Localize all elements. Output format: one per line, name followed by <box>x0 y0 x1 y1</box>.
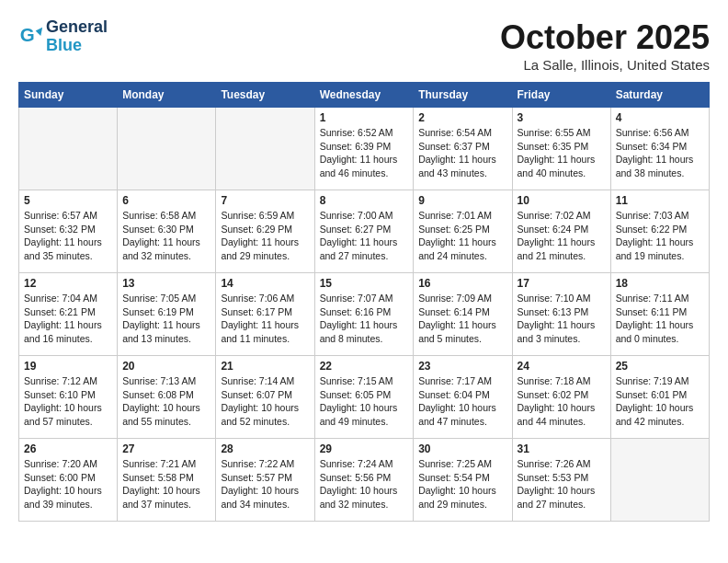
calendar-day-cell: 28 Sunrise: 7:22 AM Sunset: 5:57 PM Dayl… <box>216 439 314 522</box>
day-number: 24 <box>518 360 606 373</box>
day-info: Sunrise: 7:20 AM Sunset: 6:00 PM Dayligh… <box>24 457 112 511</box>
weekday-header: Wednesday <box>314 83 414 108</box>
calendar-week-row: 19 Sunrise: 7:12 AM Sunset: 6:10 PM Dayl… <box>19 356 710 439</box>
calendar-day-cell: 25 Sunrise: 7:19 AM Sunset: 6:01 PM Dayl… <box>610 356 709 439</box>
day-number: 30 <box>418 442 506 455</box>
day-info: Sunrise: 6:54 AM Sunset: 6:37 PM Dayligh… <box>418 126 506 180</box>
day-info: Sunrise: 7:26 AM Sunset: 5:53 PM Dayligh… <box>518 457 606 511</box>
calendar-week-row: 1 Sunrise: 6:52 AM Sunset: 6:39 PM Dayli… <box>19 108 710 190</box>
day-number: 22 <box>320 360 409 373</box>
day-info: Sunrise: 7:09 AM Sunset: 6:14 PM Dayligh… <box>418 292 506 346</box>
day-number: 11 <box>616 194 704 207</box>
day-info: Sunrise: 7:00 AM Sunset: 6:27 PM Dayligh… <box>320 209 409 263</box>
calendar-day-cell: 12 Sunrise: 7:04 AM Sunset: 6:21 PM Dayl… <box>19 273 118 356</box>
day-number: 31 <box>518 442 606 455</box>
day-info: Sunrise: 6:58 AM Sunset: 6:30 PM Dayligh… <box>122 209 210 263</box>
day-number: 26 <box>24 442 112 455</box>
title-block: October 2025 La Salle, Illinois, United … <box>500 18 710 73</box>
day-number: 5 <box>24 194 112 207</box>
day-info: Sunrise: 7:13 AM Sunset: 6:08 PM Dayligh… <box>122 374 210 429</box>
weekday-header: Tuesday <box>216 83 314 108</box>
day-info: Sunrise: 7:02 AM Sunset: 6:24 PM Dayligh… <box>518 209 606 263</box>
day-info: Sunrise: 6:52 AM Sunset: 6:39 PM Dayligh… <box>320 126 409 180</box>
day-info: Sunrise: 7:07 AM Sunset: 6:16 PM Dayligh… <box>320 292 409 346</box>
day-info: Sunrise: 7:03 AM Sunset: 6:22 PM Dayligh… <box>616 209 704 263</box>
calendar-day-cell: 23 Sunrise: 7:17 AM Sunset: 6:04 PM Dayl… <box>414 356 512 439</box>
calendar-day-cell: 18 Sunrise: 7:11 AM Sunset: 6:11 PM Dayl… <box>610 273 709 356</box>
day-number: 29 <box>320 442 409 455</box>
day-number: 12 <box>24 277 112 290</box>
calendar-day-cell <box>610 439 709 522</box>
day-info: Sunrise: 7:06 AM Sunset: 6:17 PM Dayligh… <box>221 292 309 346</box>
weekday-header: Thursday <box>414 83 512 108</box>
day-number: 13 <box>122 277 210 290</box>
svg-marker-1 <box>36 28 42 36</box>
day-number: 25 <box>616 360 704 373</box>
weekday-header-row: SundayMondayTuesdayWednesdayThursdayFrid… <box>19 83 710 108</box>
day-number: 2 <box>418 111 506 124</box>
calendar-day-cell: 19 Sunrise: 7:12 AM Sunset: 6:10 PM Dayl… <box>19 356 118 439</box>
day-number: 7 <box>221 194 309 207</box>
location: La Salle, Illinois, United States <box>500 57 710 73</box>
page-header: G GeneralBlue October 2025 La Salle, Ill… <box>18 18 710 73</box>
weekday-header: Sunday <box>19 83 118 108</box>
day-info: Sunrise: 7:05 AM Sunset: 6:19 PM Dayligh… <box>122 292 210 346</box>
calendar-day-cell: 22 Sunrise: 7:15 AM Sunset: 6:05 PM Dayl… <box>314 356 414 439</box>
day-number: 15 <box>320 277 409 290</box>
weekday-header: Monday <box>118 83 216 108</box>
calendar-day-cell: 8 Sunrise: 7:00 AM Sunset: 6:27 PM Dayli… <box>314 190 414 273</box>
calendar-day-cell: 14 Sunrise: 7:06 AM Sunset: 6:17 PM Dayl… <box>216 273 314 356</box>
day-number: 27 <box>122 442 210 455</box>
day-number: 1 <box>320 111 409 124</box>
calendar-day-cell: 4 Sunrise: 6:56 AM Sunset: 6:34 PM Dayli… <box>610 108 709 190</box>
calendar-day-cell: 27 Sunrise: 7:21 AM Sunset: 5:58 PM Dayl… <box>118 439 216 522</box>
day-info: Sunrise: 7:14 AM Sunset: 6:07 PM Dayligh… <box>221 374 309 429</box>
calendar-table: SundayMondayTuesdayWednesdayThursdayFrid… <box>18 82 710 522</box>
day-number: 23 <box>418 360 506 373</box>
calendar-day-cell: 3 Sunrise: 6:55 AM Sunset: 6:35 PM Dayli… <box>512 108 610 190</box>
day-info: Sunrise: 7:12 AM Sunset: 6:10 PM Dayligh… <box>24 374 112 429</box>
day-info: Sunrise: 7:24 AM Sunset: 5:56 PM Dayligh… <box>320 457 409 511</box>
day-number: 3 <box>518 111 606 124</box>
day-info: Sunrise: 7:18 AM Sunset: 6:02 PM Dayligh… <box>518 374 606 429</box>
day-info: Sunrise: 7:10 AM Sunset: 6:13 PM Dayligh… <box>518 292 606 346</box>
day-info: Sunrise: 6:55 AM Sunset: 6:35 PM Dayligh… <box>518 126 606 180</box>
calendar-day-cell: 5 Sunrise: 6:57 AM Sunset: 6:32 PM Dayli… <box>19 190 118 273</box>
calendar-day-cell: 29 Sunrise: 7:24 AM Sunset: 5:56 PM Dayl… <box>314 439 414 522</box>
day-info: Sunrise: 7:01 AM Sunset: 6:25 PM Dayligh… <box>418 209 506 263</box>
day-number: 16 <box>418 277 506 290</box>
day-info: Sunrise: 7:19 AM Sunset: 6:01 PM Dayligh… <box>616 374 704 429</box>
calendar-day-cell: 16 Sunrise: 7:09 AM Sunset: 6:14 PM Dayl… <box>414 273 512 356</box>
calendar-day-cell: 21 Sunrise: 7:14 AM Sunset: 6:07 PM Dayl… <box>216 356 314 439</box>
day-info: Sunrise: 7:17 AM Sunset: 6:04 PM Dayligh… <box>418 374 506 429</box>
calendar-day-cell: 20 Sunrise: 7:13 AM Sunset: 6:08 PM Dayl… <box>118 356 216 439</box>
day-info: Sunrise: 6:59 AM Sunset: 6:29 PM Dayligh… <box>221 209 309 263</box>
calendar-day-cell: 15 Sunrise: 7:07 AM Sunset: 6:16 PM Dayl… <box>314 273 414 356</box>
day-info: Sunrise: 6:57 AM Sunset: 6:32 PM Dayligh… <box>24 209 112 263</box>
calendar-day-cell: 17 Sunrise: 7:10 AM Sunset: 6:13 PM Dayl… <box>512 273 610 356</box>
day-number: 20 <box>122 360 210 373</box>
day-info: Sunrise: 7:25 AM Sunset: 5:54 PM Dayligh… <box>418 457 506 511</box>
day-number: 4 <box>616 111 704 124</box>
day-info: Sunrise: 7:21 AM Sunset: 5:58 PM Dayligh… <box>122 457 210 511</box>
logo-text: GeneralBlue <box>46 18 108 55</box>
weekday-header: Saturday <box>610 83 709 108</box>
day-info: Sunrise: 7:11 AM Sunset: 6:11 PM Dayligh… <box>616 292 704 346</box>
day-number: 10 <box>518 194 606 207</box>
day-number: 17 <box>518 277 606 290</box>
day-number: 18 <box>616 277 704 290</box>
calendar-day-cell: 11 Sunrise: 7:03 AM Sunset: 6:22 PM Dayl… <box>610 190 709 273</box>
calendar-day-cell <box>216 108 314 190</box>
day-info: Sunrise: 7:04 AM Sunset: 6:21 PM Dayligh… <box>24 292 112 346</box>
calendar-day-cell: 24 Sunrise: 7:18 AM Sunset: 6:02 PM Dayl… <box>512 356 610 439</box>
calendar-day-cell: 6 Sunrise: 6:58 AM Sunset: 6:30 PM Dayli… <box>118 190 216 273</box>
calendar-day-cell: 1 Sunrise: 6:52 AM Sunset: 6:39 PM Dayli… <box>314 108 414 190</box>
calendar-day-cell <box>118 108 216 190</box>
calendar-day-cell: 26 Sunrise: 7:20 AM Sunset: 6:00 PM Dayl… <box>19 439 118 522</box>
month-title: October 2025 <box>500 18 710 57</box>
calendar-day-cell <box>19 108 118 190</box>
day-number: 19 <box>24 360 112 373</box>
day-number: 14 <box>221 277 309 290</box>
calendar-day-cell: 30 Sunrise: 7:25 AM Sunset: 5:54 PM Dayl… <box>414 439 512 522</box>
day-number: 8 <box>320 194 409 207</box>
